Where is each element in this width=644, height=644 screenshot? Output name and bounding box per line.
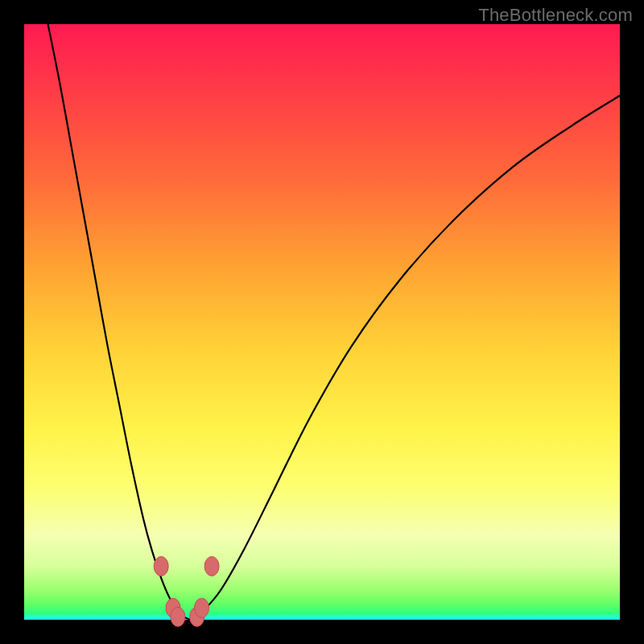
curve-right-branch [191,96,620,620]
watermark-text: TheBottleneck.com [478,5,633,26]
marker-point-1 [204,556,219,576]
marker-point-5 [195,598,209,617]
curve-left-branch [48,24,192,620]
marker-group [154,556,219,626]
chart-plot-area [24,24,620,620]
chart-svg [24,24,620,620]
marker-point-3 [171,607,185,626]
marker-point-0 [154,556,168,576]
